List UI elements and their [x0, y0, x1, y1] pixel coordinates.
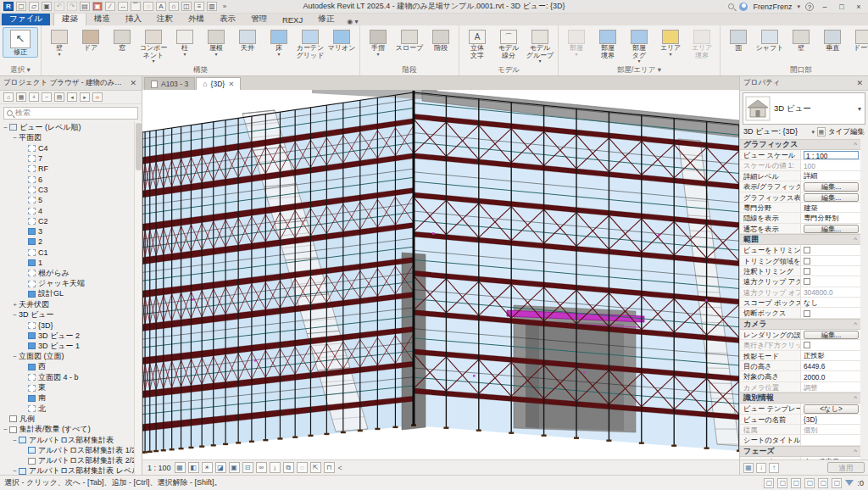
panel-label-構築[interactable]: 構築: [42, 65, 359, 75]
help-icon[interactable]: ?: [805, 3, 814, 11]
tree-item[interactable]: C2: [0, 216, 142, 226]
ribbon-button-手摺[interactable]: 手摺▾: [363, 27, 393, 58]
visual-style-icon[interactable]: ◧: [188, 462, 199, 473]
model-line-icon[interactable]: ⌒: [131, 2, 141, 11]
sheets-icon[interactable]: ▤: [54, 92, 64, 102]
show-crop-icon[interactable]: ⊡: [242, 462, 253, 473]
tab-注釈[interactable]: 注釈: [149, 13, 181, 25]
ribbon-button-天井[interactable]: 天井: [232, 27, 263, 53]
tree-item[interactable]: 3D ビュー 2: [0, 331, 142, 341]
panel-label-モデル[interactable]: モデル: [459, 65, 558, 75]
tree-item[interactable]: +天井伏図: [0, 299, 142, 309]
ribbon-button-窓[interactable]: 窓: [107, 27, 137, 53]
tree-expander-icon[interactable]: −: [11, 134, 19, 142]
ribbon-button-立体文字[interactable]: A立体 文字: [462, 27, 492, 60]
edit-button[interactable]: 編集...: [804, 225, 859, 233]
tree-item[interactable]: {3D}: [0, 320, 142, 331]
view-tab-{3D}[interactable]: ⌂{3D}✕: [196, 77, 241, 90]
tree-expander-icon[interactable]: −: [2, 426, 9, 433]
forward-icon[interactable]: ▸: [80, 92, 90, 102]
shadows-icon[interactable]: ◪: [215, 462, 226, 473]
drag-on-selection-icon[interactable]: ▢: [818, 478, 828, 488]
browser-search-input[interactable]: 検索: [3, 107, 138, 120]
select-underlay-icon[interactable]: ▢: [777, 478, 787, 488]
tree-item[interactable]: 2: [0, 237, 142, 247]
crop-view-icon[interactable]: ▣: [229, 462, 240, 473]
ribbon-button-コンポーネント[interactable]: コンポー ネント▾: [138, 27, 169, 64]
collapse-all-icon[interactable]: −: [42, 92, 52, 102]
tree-item[interactable]: 東: [0, 382, 142, 393]
modify-options-icon[interactable]: ◉ ▾: [347, 18, 358, 25]
collapse-icon[interactable]: ^: [854, 141, 857, 148]
tree-item[interactable]: −平面図: [0, 132, 142, 142]
text-icon[interactable]: A: [156, 2, 166, 11]
ribbon-button-垂直[interactable]: 垂直: [817, 27, 848, 53]
user-menu-chevron-icon[interactable]: ▾: [797, 3, 800, 10]
property-value[interactable]: 6449.6: [801, 361, 860, 370]
tree-item[interactable]: −アルバトロス部材集計表 レベル別: [0, 466, 142, 475]
sort-descending-icon[interactable]: ↑: [769, 463, 779, 473]
tree-expander-icon[interactable]: −: [11, 437, 19, 444]
panel-label-開口部[interactable]: 開口部: [721, 65, 868, 75]
maximize-button[interactable]: □: [836, 3, 848, 11]
close-windows-icon[interactable]: ▥: [207, 2, 217, 11]
edit-button[interactable]: 編集...: [804, 331, 859, 339]
tree-expander-icon[interactable]: −: [11, 467, 19, 475]
user-avatar-icon[interactable]: [739, 3, 748, 11]
browser-scrollbar[interactable]: [134, 121, 142, 475]
tree-item[interactable]: 設計GL: [0, 289, 142, 299]
tree-item[interactable]: C1: [0, 248, 142, 258]
redo-icon[interactable]: ↷: [67, 2, 77, 11]
tree-item[interactable]: −集計表/数量 (すべて): [0, 425, 142, 435]
tree-item[interactable]: C3: [0, 185, 142, 195]
view-tab-A103 - 3[interactable]: A103 - 3: [144, 77, 195, 90]
tree-item[interactable]: −アルバトロス部材集計表: [0, 435, 142, 445]
tree-item[interactable]: 1: [0, 258, 142, 268]
project-browser-title[interactable]: プロジェクト ブラウザ - 建物のみ足場サンプル.0001.rvt ✕: [0, 76, 142, 91]
property-value[interactable]: 100: [801, 160, 860, 170]
selection-filter-icon[interactable]: [845, 480, 854, 486]
close-view-icon[interactable]: ✕: [228, 80, 234, 88]
tab-REXJ[interactable]: REXJ: [275, 14, 310, 25]
tree-item[interactable]: 7: [0, 153, 142, 164]
tree-item[interactable]: 根がらみ: [0, 268, 142, 278]
ribbon-button-シャフト[interactable]: シャフト: [754, 27, 785, 53]
tab-表示[interactable]: 表示: [212, 13, 243, 25]
viewport-canvas[interactable]: [142, 90, 739, 459]
back-icon[interactable]: ◂: [67, 92, 77, 102]
property-value[interactable]: 専門分野別: [801, 213, 860, 222]
property-value[interactable]: すべて表示: [801, 457, 860, 459]
ribbon-button-壁[interactable]: 壁▾: [44, 27, 75, 58]
ribbon-button-部屋境界[interactable]: 部屋 境界: [593, 27, 623, 60]
properties-title[interactable]: プロパティ ✕: [740, 76, 868, 91]
tab-挿入[interactable]: 挿入: [118, 13, 149, 25]
property-value[interactable]: 個別: [801, 425, 860, 434]
properties-close-icon[interactable]: ✕: [854, 79, 865, 87]
tab-外構[interactable]: 外構: [181, 13, 212, 25]
ribbon-button-スロープ[interactable]: スロープ: [394, 27, 425, 53]
open-icon[interactable]: ▱: [29, 2, 39, 11]
measure-icon[interactable]: ∕: [105, 2, 115, 11]
displace-elements-icon[interactable]: ⇱: [310, 462, 321, 473]
selection-label[interactable]: 3D ビュー: {3D}: [743, 126, 809, 137]
ribbon-button-カーテングリッド[interactable]: カーテン グリッド: [295, 27, 326, 60]
ribbon-button-壁[interactable]: 壁: [786, 27, 816, 53]
detail-level-icon[interactable]: ▦: [175, 462, 186, 473]
tree-expander-icon[interactable]: −: [2, 124, 9, 131]
ribbon-button-ドーマ[interactable]: ドーマ: [849, 27, 868, 53]
edit-button[interactable]: 編集...: [804, 182, 859, 191]
property-group-icon[interactable]: ▦: [743, 463, 754, 473]
sort-ascending-icon[interactable]: ↓: [756, 463, 766, 473]
property-value[interactable]: 2000.0: [801, 371, 860, 381]
checkbox[interactable]: [804, 342, 810, 348]
ribbon-button-部屋タグ[interactable]: 部屋 タグ▾: [624, 27, 654, 64]
default-3d-view-icon[interactable]: ⌂: [169, 2, 179, 11]
edit-button[interactable]: <なし>: [804, 404, 859, 413]
tree-item[interactable]: 6: [0, 174, 142, 184]
tree-expander-icon[interactable]: −: [11, 353, 19, 360]
close-button[interactable]: ×: [853, 3, 865, 11]
checkbox[interactable]: [804, 247, 810, 253]
ribbon-button-モデルグループ[interactable]: モデル グループ▾: [525, 27, 555, 64]
ribbon-button-エリア[interactable]: エリア▾: [655, 27, 686, 58]
temporary-view-properties-icon[interactable]: ⧉: [283, 462, 294, 473]
